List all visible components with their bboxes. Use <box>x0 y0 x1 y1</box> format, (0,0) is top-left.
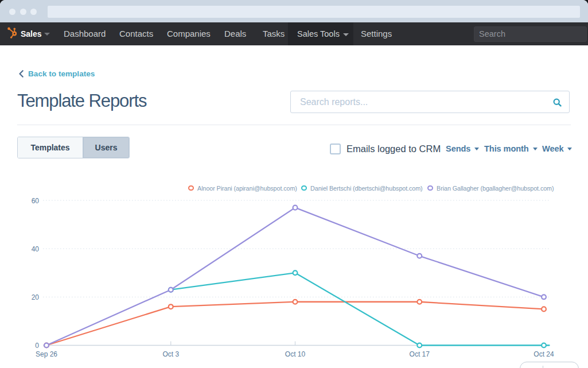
window-dot-3[interactable] <box>30 9 37 15</box>
svg-text:Oct 10: Oct 10 <box>285 350 306 358</box>
brand-caret-icon <box>44 33 50 36</box>
nav-item-tasks[interactable]: Tasks <box>263 22 285 45</box>
interval-dropdown[interactable]: Week <box>542 144 572 153</box>
search-icon[interactable] <box>553 98 562 107</box>
nav-sales-tools-label: Sales Tools <box>297 29 340 38</box>
pagination-divider <box>543 366 543 368</box>
period-dropdown-label: This month <box>484 144 529 153</box>
nav-item-contacts[interactable]: Contacts <box>119 22 153 45</box>
svg-text:Oct 24: Oct 24 <box>534 350 554 358</box>
pagination-control[interactable] <box>520 362 579 368</box>
period-dropdown[interactable]: This month <box>484 144 538 153</box>
period-caret-icon <box>533 148 538 150</box>
brand-label: Sales <box>21 29 42 38</box>
hubspot-logo-icon <box>7 27 18 39</box>
svg-text:Oct 17: Oct 17 <box>410 350 430 358</box>
divider <box>17 125 571 125</box>
nav-item-settings[interactable]: Settings <box>361 22 392 45</box>
nav-item-deals[interactable]: Deals <box>224 22 246 45</box>
emails-logged-label: Emails logged to CRM <box>346 144 441 154</box>
svg-text:20: 20 <box>32 293 40 301</box>
back-link-label: Back to templates <box>28 69 95 78</box>
svg-text:Oct 3: Oct 3 <box>162 350 179 358</box>
sends-dropdown[interactable]: Sends <box>446 144 479 153</box>
emails-logged-checkbox[interactable] <box>330 144 341 154</box>
svg-text:60: 60 <box>32 197 40 205</box>
svg-text:40: 40 <box>32 245 40 253</box>
browser-window: Sales Dashboard Contacts Companies Deals… <box>0 0 588 368</box>
search-reports-input[interactable] <box>291 91 569 113</box>
sales-tools-caret-icon <box>343 33 349 36</box>
page-title: Template Reports <box>17 91 146 111</box>
nav-item-sales-tools[interactable]: Sales Tools <box>288 22 353 45</box>
window-dot-1[interactable] <box>9 9 15 15</box>
sends-caret-icon <box>474 148 479 150</box>
browser-chrome <box>0 0 588 22</box>
search-reports-box <box>290 91 570 113</box>
window-dot-2[interactable] <box>20 9 26 15</box>
chevron-left-icon <box>19 70 24 78</box>
nav-item-companies[interactable]: Companies <box>167 22 211 45</box>
nav-search-input[interactable] <box>474 26 587 42</box>
interval-caret-icon <box>567 148 572 150</box>
svg-text:Sep 26: Sep 26 <box>36 350 57 358</box>
nav-item-dashboard[interactable]: Dashboard <box>64 22 106 45</box>
tab-templates[interactable]: Templates <box>18 137 83 158</box>
top-nav: Sales Dashboard Contacts Companies Deals… <box>0 22 588 45</box>
view-toggle: Templates Users <box>17 137 130 158</box>
line-chart: 0204060Sep 26Oct 3Oct 10Oct 17Oct 24 <box>0 172 588 368</box>
sends-dropdown-label: Sends <box>446 144 470 153</box>
tab-users[interactable]: Users <box>83 137 129 158</box>
interval-dropdown-label: Week <box>542 144 563 153</box>
svg-text:0: 0 <box>35 342 39 350</box>
back-link[interactable]: Back to templates <box>19 69 95 79</box>
brand[interactable]: Sales <box>0 22 50 45</box>
address-bar[interactable] <box>48 6 580 18</box>
